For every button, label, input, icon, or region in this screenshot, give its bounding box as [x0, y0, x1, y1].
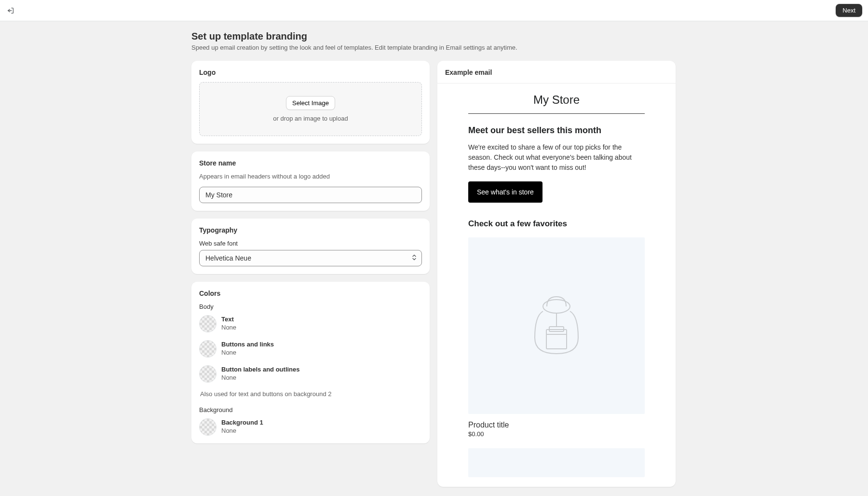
- store-name-card: Store name Appears in email headers with…: [191, 152, 430, 211]
- preview-product-price: $0.00: [468, 430, 645, 438]
- color-row-text: Text None: [199, 315, 422, 332]
- preview-product-title: Product title: [468, 421, 645, 429]
- colors-note: Also used for text and buttons on backgr…: [200, 390, 422, 398]
- preview-cta-button[interactable]: See what's in store: [468, 181, 542, 203]
- color-label: Buttons and links: [221, 341, 274, 349]
- store-name-heading: Store name: [199, 159, 422, 167]
- typography-card: Typography Web safe font Helvetica Neue: [191, 219, 430, 274]
- typography-heading: Typography: [199, 226, 422, 234]
- color-swatch[interactable]: [199, 365, 217, 383]
- font-label: Web safe font: [199, 240, 422, 247]
- exit-icon[interactable]: [6, 6, 15, 15]
- color-swatch[interactable]: [199, 315, 217, 332]
- color-label: Button labels and outlines: [221, 366, 300, 374]
- page-subtitle: Speed up email creation by setting the l…: [191, 44, 677, 51]
- next-button[interactable]: Next: [836, 4, 862, 17]
- colors-card: Colors Body Text None Buttons and links: [191, 282, 430, 443]
- page-background: Set up template branding Speed up email …: [0, 21, 868, 496]
- preview-store-name: My Store: [468, 93, 645, 114]
- preview-paragraph: We're excited to share a few of our top …: [468, 142, 645, 173]
- preview-product-image-2: [468, 448, 645, 477]
- store-name-input[interactable]: [199, 187, 422, 203]
- colors-background-label: Background: [199, 406, 422, 413]
- font-select[interactable]: Helvetica Neue: [199, 250, 422, 266]
- color-value: None: [221, 349, 274, 357]
- topbar: Next: [0, 0, 868, 21]
- colors-heading: Colors: [199, 289, 422, 297]
- color-swatch[interactable]: [199, 418, 217, 436]
- backpack-icon: [525, 292, 588, 359]
- color-label: Text: [221, 316, 236, 324]
- select-image-button[interactable]: Select Image: [286, 96, 335, 110]
- preview-body: My Store Meet our best sellers this mont…: [437, 83, 676, 487]
- color-row-button-labels: Button labels and outlines None: [199, 365, 422, 383]
- colors-body-label: Body: [199, 303, 422, 310]
- logo-dropzone[interactable]: Select Image or drop an image to upload: [199, 82, 422, 136]
- preview-card: Example email My Store Meet our best sel…: [437, 61, 676, 487]
- color-value: None: [221, 324, 236, 332]
- store-name-helper: Appears in email headers without a logo …: [199, 173, 422, 180]
- color-value: None: [221, 374, 300, 382]
- preview-headline: Meet our best sellers this month: [468, 125, 645, 136]
- logo-drop-text: or drop an image to upload: [207, 115, 414, 122]
- logo-heading: Logo: [199, 69, 422, 76]
- color-row-buttons: Buttons and links None: [199, 340, 422, 358]
- preview-heading: Example email: [437, 61, 676, 83]
- svg-rect-1: [546, 330, 567, 349]
- preview-product-image: [468, 237, 645, 414]
- color-value: None: [221, 427, 263, 435]
- preview-subheadline: Check out a few favorites: [468, 219, 645, 229]
- color-row-bg1: Background 1 None: [199, 418, 422, 436]
- color-swatch[interactable]: [199, 340, 217, 358]
- color-label: Background 1: [221, 419, 263, 427]
- logo-card: Logo Select Image or drop an image to up…: [191, 61, 430, 144]
- page-title: Set up template branding: [191, 31, 677, 42]
